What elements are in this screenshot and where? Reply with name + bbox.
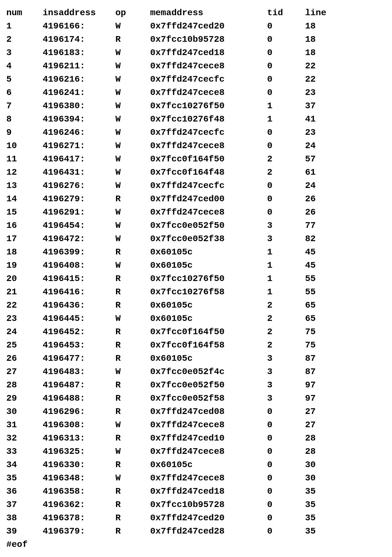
cell-num: 24 xyxy=(6,325,43,339)
cell-op: W xyxy=(115,418,150,432)
cell-op: R xyxy=(115,272,150,285)
cell-tid: 0 xyxy=(267,59,305,73)
table-row: 124196431:W0x7fcc0f164f48261 xyxy=(6,166,386,179)
cell-op: R xyxy=(115,192,150,206)
cell-memaddress: 0x7fcc0f164f58 xyxy=(150,339,267,352)
cell-memaddress: 0x60105c xyxy=(150,458,267,472)
table-row: 284196487:R0x7fcc0e052f50397 xyxy=(6,379,386,392)
cell-line: 27 xyxy=(305,405,386,418)
cell-op: R xyxy=(115,352,150,365)
cell-tid: 0 xyxy=(267,33,305,46)
cell-num: 1 xyxy=(6,20,43,33)
cell-tid: 0 xyxy=(267,458,305,472)
cell-tid: 1 xyxy=(267,113,305,126)
cell-op: W xyxy=(115,206,150,219)
cell-line: 26 xyxy=(305,206,386,219)
cell-op: W xyxy=(115,153,150,166)
cell-num: 20 xyxy=(6,272,43,285)
cell-line: 28 xyxy=(305,432,386,445)
cell-memaddress: 0x7fcc0f164f50 xyxy=(150,325,267,339)
cell-memaddress: 0x7fcc0f164f50 xyxy=(150,153,267,166)
cell-line: 75 xyxy=(305,339,386,352)
table-row: 334196325:W0x7ffd247cece8028 xyxy=(6,445,386,458)
header-tid: tid xyxy=(267,6,305,20)
cell-tid: 0 xyxy=(267,525,305,538)
cell-memaddress: 0x7ffd247cece8 xyxy=(150,139,267,153)
cell-num: 8 xyxy=(6,113,43,126)
table-row: 324196313:R0x7ffd247ced10028 xyxy=(6,432,386,445)
table-row: 84196394:W0x7fcc10276f48141 xyxy=(6,113,386,126)
table-row: 264196477:R0x60105c387 xyxy=(6,352,386,365)
cell-tid: 0 xyxy=(267,472,305,485)
cell-tid: 0 xyxy=(267,498,305,511)
cell-insaddress: 4196216: xyxy=(43,73,115,86)
table-row: 314196308:W0x7ffd247cece8027 xyxy=(6,418,386,432)
table-row: 304196296:R0x7ffd247ced08027 xyxy=(6,405,386,418)
cell-insaddress: 4196454: xyxy=(43,219,115,232)
header-memaddress: memaddress xyxy=(150,6,267,20)
cell-num: 21 xyxy=(6,285,43,299)
cell-memaddress: 0x7ffd247cece8 xyxy=(150,59,267,73)
eof-marker: #eof xyxy=(6,538,386,551)
cell-op: W xyxy=(115,445,150,458)
cell-tid: 0 xyxy=(267,511,305,525)
cell-line: 45 xyxy=(305,259,386,272)
cell-line: 18 xyxy=(305,46,386,59)
cell-op: W xyxy=(115,179,150,192)
table-row: 204196415:R0x7fcc10276f50155 xyxy=(6,272,386,285)
header-insaddress: insaddress xyxy=(43,6,115,20)
cell-op: W xyxy=(115,46,150,59)
cell-tid: 3 xyxy=(267,352,305,365)
cell-op: W xyxy=(115,59,150,73)
table-row: 274196483:W0x7fcc0e052f4c387 xyxy=(6,365,386,379)
cell-memaddress: 0x7fcc10b95728 xyxy=(150,498,267,511)
cell-memaddress: 0x7ffd247ced18 xyxy=(150,46,267,59)
cell-insaddress: 4196417: xyxy=(43,153,115,166)
cell-memaddress: 0x7fcc0e052f58 xyxy=(150,392,267,405)
cell-tid: 1 xyxy=(267,246,305,259)
cell-line: 45 xyxy=(305,246,386,259)
cell-line: 18 xyxy=(305,33,386,46)
table-row: 114196417:W0x7fcc0f164f50257 xyxy=(6,153,386,166)
table-row: 294196488:R0x7fcc0e052f58397 xyxy=(6,392,386,405)
cell-line: 41 xyxy=(305,113,386,126)
cell-num: 27 xyxy=(6,365,43,379)
cell-num: 4 xyxy=(6,59,43,73)
cell-insaddress: 4196378: xyxy=(43,511,115,525)
cell-op: R xyxy=(115,339,150,352)
cell-memaddress: 0x7fcc10276f50 xyxy=(150,272,267,285)
table-row: 354196348:W0x7ffd247cece8030 xyxy=(6,472,386,485)
cell-memaddress: 0x7fcc10276f48 xyxy=(150,113,267,126)
cell-op: W xyxy=(115,232,150,246)
cell-num: 38 xyxy=(6,511,43,525)
cell-memaddress: 0x7fcc0e052f38 xyxy=(150,232,267,246)
cell-num: 13 xyxy=(6,179,43,192)
cell-tid: 1 xyxy=(267,259,305,272)
cell-memaddress: 0x7fcc10b95728 xyxy=(150,33,267,46)
cell-line: 35 xyxy=(305,511,386,525)
cell-op: W xyxy=(115,365,150,379)
cell-insaddress: 4196246: xyxy=(43,126,115,139)
cell-op: R xyxy=(115,379,150,392)
cell-op: R xyxy=(115,458,150,472)
cell-op: R xyxy=(115,498,150,511)
cell-insaddress: 4196379: xyxy=(43,525,115,538)
cell-line: 26 xyxy=(305,192,386,206)
cell-insaddress: 4196291: xyxy=(43,206,115,219)
cell-line: 22 xyxy=(305,59,386,73)
cell-op: W xyxy=(115,312,150,325)
cell-num: 19 xyxy=(6,259,43,272)
table-row: 374196362:R0x7fcc10b95728035 xyxy=(6,498,386,511)
cell-insaddress: 4196308: xyxy=(43,418,115,432)
cell-insaddress: 4196445: xyxy=(43,312,115,325)
cell-memaddress: 0x7ffd247cecfc xyxy=(150,73,267,86)
cell-num: 23 xyxy=(6,312,43,325)
header-line: line xyxy=(305,6,386,20)
cell-line: 35 xyxy=(305,485,386,498)
cell-memaddress: 0x7ffd247ced18 xyxy=(150,485,267,498)
cell-num: 3 xyxy=(6,46,43,59)
cell-insaddress: 4196452: xyxy=(43,325,115,339)
cell-insaddress: 4196380: xyxy=(43,99,115,113)
cell-memaddress: 0x60105c xyxy=(150,352,267,365)
cell-line: 30 xyxy=(305,472,386,485)
